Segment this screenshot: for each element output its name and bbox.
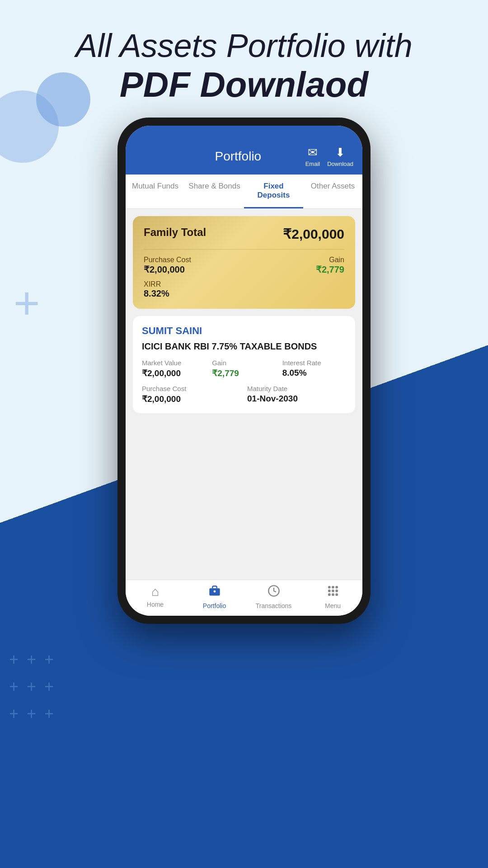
bg-plus-large: + — [14, 280, 40, 326]
email-icon: ✉ — [308, 146, 318, 160]
nav-menu[interactable]: Menu — [303, 585, 362, 609]
holding-stats-grid-2: Purchase Cost ₹2,00,000 Maturity Date 01… — [142, 385, 346, 404]
interest-rate-label: Interest Rate — [282, 359, 346, 367]
svg-point-9 — [328, 594, 330, 595]
download-icon: ⬇ — [335, 146, 345, 160]
svg-point-8 — [336, 590, 338, 592]
maturity-date-stat: Maturity Date 01-Nov-2030 — [247, 385, 346, 404]
holding-purchase-cost-label: Purchase Cost — [142, 385, 241, 392]
maturity-date-label: Maturity Date — [247, 385, 346, 392]
transactions-icon — [267, 585, 280, 600]
svg-point-7 — [332, 590, 334, 592]
download-button[interactable]: ⬇ Download — [327, 146, 353, 167]
app-title: Portfolio — [171, 149, 305, 164]
tabs-bar: Mutual Funds Share & Bonds Fixed Deposit… — [126, 175, 362, 209]
bond-name: ICICI BANK RBI 7.75% TAXABLE BONDS — [142, 341, 346, 352]
header-icons: ✉ Email ⬇ Download — [305, 146, 353, 167]
transactions-label: Transactions — [256, 602, 292, 609]
market-value-value: ₹2,00,000 — [142, 368, 206, 378]
svg-point-6 — [328, 590, 330, 592]
svg-point-10 — [332, 594, 334, 595]
svg-point-3 — [328, 586, 330, 588]
holding-stats-grid: Market Value ₹2,00,000 Gain ₹2,779 Inter… — [142, 359, 346, 378]
phone-frame: Portfolio ✉ Email ⬇ Download Mutual Fund… — [117, 118, 371, 624]
gain-value: ₹2,779 — [316, 264, 344, 275]
status-bar — [126, 126, 362, 140]
bottom-nav: ⌂ Home Portfolio — [126, 580, 362, 616]
home-label: Home — [147, 601, 164, 608]
gain-stat: Gain ₹2,779 — [212, 359, 276, 378]
download-label: Download — [327, 160, 353, 167]
app-header: Portfolio ✉ Email ⬇ Download — [126, 140, 362, 175]
portfolio-label: Portfolio — [203, 602, 226, 609]
maturity-date-value: 01-Nov-2030 — [247, 394, 346, 404]
family-card-title: Family Total — [144, 226, 206, 239]
family-card-divider — [144, 249, 344, 250]
family-card-total: ₹2,00,000 — [283, 226, 344, 242]
bg-plus-grid: +++ +++ +++ — [9, 650, 54, 723]
email-label: Email — [305, 160, 320, 167]
holding-card: SUMIT SAINI ICICI BANK RBI 7.75% TAXABLE… — [133, 316, 355, 413]
holding-purchase-cost-value: ₹2,00,000 — [142, 394, 241, 404]
svg-point-5 — [336, 586, 338, 588]
menu-icon — [327, 585, 339, 600]
svg-point-1 — [213, 590, 216, 593]
headline-line2: PDF Downlaod — [18, 65, 470, 105]
purchase-cost-group: Purchase Cost ₹2,00,000 — [144, 256, 191, 275]
purchase-cost-label: Purchase Cost — [144, 256, 191, 264]
family-card: Family Total ₹2,00,000 Purchase Cost ₹2,… — [133, 216, 355, 309]
svg-point-11 — [336, 594, 338, 595]
holder-name: SUMIT SAINI — [142, 325, 346, 337]
nav-portfolio[interactable]: Portfolio — [185, 585, 244, 609]
xirr-value: 8.32% — [144, 288, 344, 299]
tab-share-bonds[interactable]: Share & Bonds — [185, 175, 244, 208]
nav-transactions[interactable]: Transactions — [244, 585, 303, 609]
nav-home[interactable]: ⌂ Home — [126, 585, 185, 609]
market-value-stat: Market Value ₹2,00,000 — [142, 359, 206, 378]
phone-container: Portfolio ✉ Email ⬇ Download Mutual Fund… — [117, 118, 371, 624]
phone-screen: Portfolio ✉ Email ⬇ Download Mutual Fund… — [126, 126, 362, 616]
holding-gain-value: ₹2,779 — [212, 368, 276, 378]
tab-fixed-deposits[interactable]: Fixed Deposits — [244, 175, 303, 208]
headline: All Assets Portfolio with PDF Downlaod — [0, 27, 488, 105]
purchase-cost-value: ₹2,00,000 — [144, 264, 191, 275]
headline-line1: All Assets Portfolio with — [18, 27, 470, 65]
gain-label: Gain — [316, 256, 344, 264]
interest-rate-value: 8.05% — [282, 368, 346, 378]
holding-purchase-cost-stat: Purchase Cost ₹2,00,000 — [142, 385, 241, 404]
home-icon: ⌂ — [151, 585, 159, 599]
content-area: Family Total ₹2,00,000 Purchase Cost ₹2,… — [126, 209, 362, 580]
interest-rate-stat: Interest Rate 8.05% — [282, 359, 346, 378]
market-value-label: Market Value — [142, 359, 206, 367]
xirr-label: XIRR — [144, 280, 344, 288]
tab-mutual-funds[interactable]: Mutual Funds — [126, 175, 185, 208]
holding-gain-label: Gain — [212, 359, 276, 367]
gain-group: Gain ₹2,779 — [316, 256, 344, 275]
menu-label: Menu — [325, 602, 341, 609]
xirr-group: XIRR 8.32% — [144, 280, 344, 299]
svg-point-4 — [332, 586, 334, 588]
tab-other-assets[interactable]: Other Assets — [303, 175, 362, 208]
portfolio-icon — [208, 585, 221, 600]
email-button[interactable]: ✉ Email — [305, 146, 320, 167]
